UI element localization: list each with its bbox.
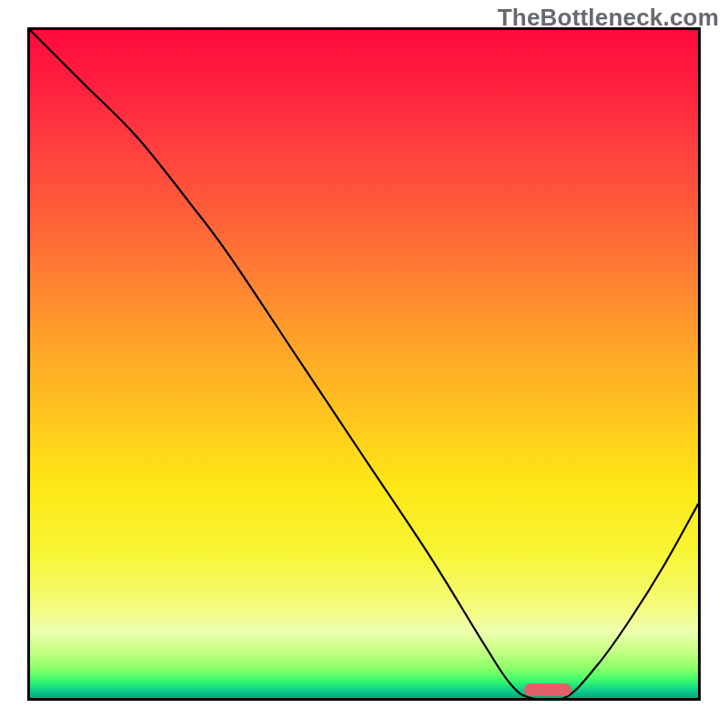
chart-frame (27, 27, 701, 701)
optimal-marker (524, 683, 571, 696)
curve-path (30, 30, 698, 698)
chart-curve (30, 30, 698, 698)
